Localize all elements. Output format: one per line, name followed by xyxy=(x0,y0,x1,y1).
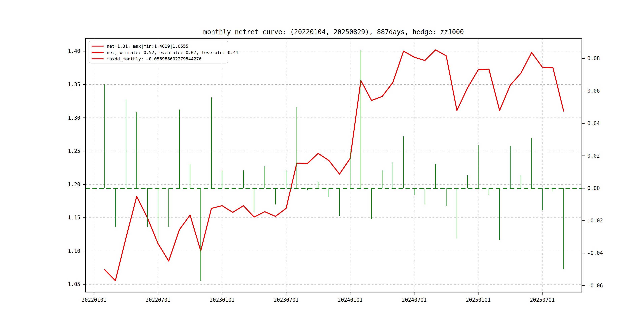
right-tick-label: -0.06 xyxy=(587,283,603,288)
gridlines xyxy=(86,38,582,292)
legend-entry-label: maxdd_monthly: -0.056988602279544276 xyxy=(107,56,202,62)
x-tick-label: 20240101 xyxy=(338,297,362,303)
legend: net:1.31, max|min:1.4019|1.0555net, winr… xyxy=(89,41,238,63)
figure-canvas: 1.401.351.301.251.201.151.101.05-0.06-0.… xyxy=(0,0,644,322)
chart-title: monthly netret curve: (20220104, 2025082… xyxy=(203,28,464,36)
x-tick-label: 20240701 xyxy=(402,297,426,303)
axes-frame xyxy=(86,38,582,292)
right-tick-label: -0.04 xyxy=(587,250,603,256)
legend-entry-label: net:1.31, max|min:1.4019|1.0555 xyxy=(107,44,188,49)
x-tick-label: 20220101 xyxy=(82,297,106,303)
right-tick-label: 0.00 xyxy=(587,185,600,191)
x-tick-label: 20230701 xyxy=(274,297,298,303)
x-tick-label: 20220701 xyxy=(146,297,170,303)
left-tick-label: 1.20 xyxy=(68,182,80,188)
left-tick-label: 1.30 xyxy=(68,115,80,121)
right-tick-label: 0.08 xyxy=(587,56,600,62)
x-tick-label: 20250701 xyxy=(530,297,555,303)
left-tick-label: 1.10 xyxy=(68,248,80,254)
netret-chart: 1.401.351.301.251.201.151.101.05-0.06-0.… xyxy=(0,0,644,322)
x-tick-label: 20230101 xyxy=(210,297,234,303)
right-tick-label: 0.06 xyxy=(587,88,600,94)
left-tick-label: 1.25 xyxy=(68,148,80,154)
left-tick-label: 1.40 xyxy=(68,48,80,54)
left-tick-label: 1.15 xyxy=(68,215,80,221)
axes-layer: 1.401.351.301.251.201.151.101.05-0.06-0.… xyxy=(68,38,603,303)
left-tick-label: 1.05 xyxy=(68,281,80,287)
right-tick-label: 0.02 xyxy=(587,153,600,159)
legend-entry-label: net, winrate: 0.52, evenrate: 0.07, lose… xyxy=(107,50,238,55)
left-tick-label: 1.35 xyxy=(68,82,80,88)
x-tick-label: 20250101 xyxy=(466,297,491,303)
right-tick-label: -0.02 xyxy=(587,218,603,224)
right-tick-label: 0.04 xyxy=(587,120,600,126)
